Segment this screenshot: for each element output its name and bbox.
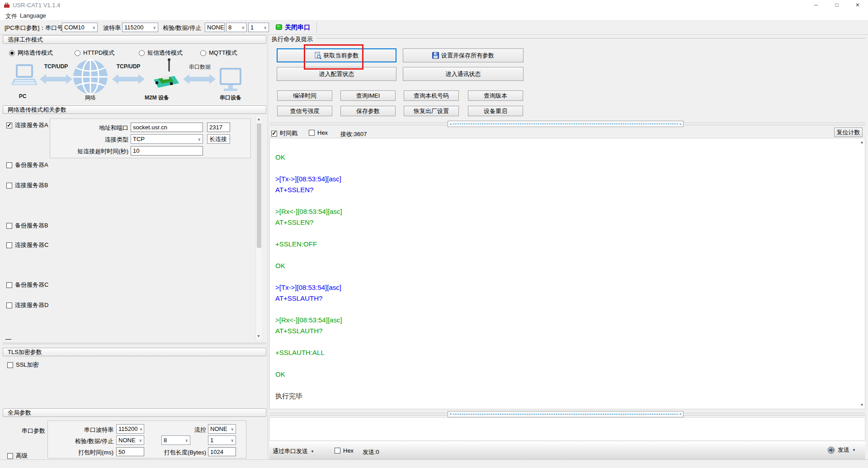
global-baud-select[interactable]: 115200∨ [116,424,144,434]
flow-select[interactable]: NONE∨ [208,424,236,434]
maximize-button[interactable]: □ [830,1,844,9]
server-c-checkbox[interactable] [6,242,12,248]
recv-hex-row[interactable]: Hex [309,129,328,136]
send-input[interactable] [269,417,865,441]
diagram-link-label: TCP/UDP [112,63,145,70]
backup-c-row[interactable]: 备份服务器C [6,281,48,289]
enter-config-button[interactable]: 进入配置状态 [277,67,396,81]
server-d-checkbox[interactable] [6,303,12,308]
scrollbar-down-icon[interactable]: ▼ [255,333,262,340]
radio-net-mode[interactable]: 网络透传模式 [9,49,53,57]
minimize-button[interactable]: ─ [809,1,823,9]
send-button[interactable]: 发送 ▼ [827,446,856,454]
window-title: USR-CAT1 V1.1.4 [13,2,60,9]
backup-a-row[interactable]: 备份服务器A [6,161,48,169]
recv-hex-checkbox[interactable] [309,130,315,136]
save-params-button[interactable]: 保存参数 [340,106,396,116]
query-imei-button[interactable]: 查询IMEI [340,90,396,101]
advanced-checkbox[interactable] [7,453,13,459]
backup-b-checkbox[interactable] [6,223,12,229]
close-serial-button[interactable]: 关闭串口 [285,24,310,32]
baud-select[interactable]: 115200∨ [122,23,158,32]
com-port-select[interactable]: COM10∨ [62,23,98,32]
send-hex-checkbox[interactable] [335,448,340,454]
backup-b-row[interactable]: 备份服务器B [6,222,48,230]
server-d-row[interactable]: 连接服务器D [6,301,48,309]
cmd-groupbox-line [316,38,865,38]
timestamp-checkbox[interactable] [271,131,277,137]
send-hex-row[interactable]: Hex [335,447,354,454]
terminal-line [275,228,859,239]
server-a-row[interactable]: 连接服务器A [6,121,48,129]
menu-item-language[interactable]: Language [18,11,48,20]
global-parity-select[interactable]: NONE∨ [116,435,144,445]
scrollbar-thumb[interactable] [257,123,261,248]
databits-select[interactable]: 8∨ [226,23,247,32]
conn-keep-select[interactable]: 长连接∨ [207,134,230,144]
device-restart-button[interactable]: 设备重启 [468,106,523,116]
query-number-button[interactable]: 查询本机号码 [404,90,459,101]
backup-a-checkbox[interactable] [6,162,12,168]
pack-time-input[interactable]: 50 [116,447,144,456]
radio-mqtt-mode[interactable]: MQTT模式 [200,49,237,57]
terminal-scroll-down-icon[interactable]: ▼ [859,402,865,409]
send-speaker-icon [827,446,835,454]
pack-time-label: 打包时间(ms) [61,449,113,457]
get-params-button[interactable]: 获取当前参数 [277,48,396,62]
receive-scrollbar[interactable]: ▲ ▲ [448,121,684,127]
chevron-down-icon: ▼ [311,449,314,454]
global-databits-select[interactable]: 8∨ [161,435,190,445]
server-b-checkbox[interactable] [6,183,12,189]
server-b-row[interactable]: 连接服务器B [6,181,48,189]
addr-port-label: 地址和端口 [52,124,128,132]
radio-icon[interactable] [139,50,145,56]
address-input[interactable]: socket.usr.cn [131,123,203,132]
slider-dots [453,414,678,415]
chevron-down-icon: ∨ [137,438,144,443]
pack-len-input[interactable]: 1024 [208,447,236,456]
radio-sms-mode[interactable]: 短信透传模式 [139,49,183,57]
terminal-line [275,336,859,347]
net-params-scrollbar[interactable]: ▲ [255,116,262,340]
enter-comm-button[interactable]: 进入通讯状态 [403,67,524,81]
terminal-line [275,358,859,369]
terminal-line: >[Rx<-][08:53:54][asc] [275,315,859,326]
compile-time-button[interactable]: 编译时间 [277,90,332,101]
terminal-line: AT+SSLEN? [275,184,859,195]
serial-params-label: 串口参数 [22,427,45,435]
send-scrollbar[interactable]: ▼ ▼ [448,411,684,417]
query-version-button[interactable]: 查询版本 [468,90,523,101]
close-button[interactable]: ✕ [851,1,864,9]
radio-icon[interactable] [75,50,80,56]
factory-reset-button[interactable]: 恢复出厂设置 [404,106,459,116]
timestamp-row[interactable]: 时间戳 [271,129,297,137]
save-all-button[interactable]: 设置并保存所有参数 [403,48,524,62]
parity-select[interactable]: NONE∨ [205,23,225,32]
query-signal-button[interactable]: 查信号强度 [277,106,332,116]
stopbits-select[interactable]: 1∨ [248,23,269,32]
backup-c-checkbox[interactable] [6,282,12,288]
cmd-panel-title: 执行命令及提示 [272,35,313,43]
server-c-row[interactable]: 连接服务器C [6,241,48,249]
reset-count-button[interactable]: 复位计数 [834,128,863,137]
app-window: USR-CAT1 V1.1.4 ─ □ ✕ 文件 Language [PC串口参… [0,0,868,468]
menu-bar: 文件 Language [0,10,868,20]
send-via-serial-button[interactable]: 通过串口发送 ▼ [273,447,314,455]
flow-label: 流控 [179,426,206,434]
sent-count-label: 发送:0 [363,448,379,456]
ssl-checkbox[interactable] [7,362,13,368]
global-stopbits-select[interactable]: 1∨ [208,435,236,445]
port-input[interactable]: 2317 [207,123,230,132]
conn-type-select[interactable]: TCP∨ [131,134,203,144]
scrollbar-up-icon[interactable]: ▲ [256,116,262,123]
radio-httpd-mode[interactable]: HTTPD模式 [75,49,114,57]
receive-terminal[interactable]: OK >[Tx->][08:53:54][asc] AT+SSLEN? >[Rx… [269,138,865,409]
advanced-row[interactable]: 高级 [7,452,28,460]
serial-toolbar: [PC串口参数]：串口号 COM10∨ 波特率 115200∨ 检验/数据/停止… [0,20,868,35]
server-a-checkbox[interactable] [6,123,12,128]
ssl-row[interactable]: SSL加密 [7,361,39,369]
radio-icon[interactable] [9,50,15,56]
timeout-input[interactable]: 10 [131,146,203,156]
terminal-scroll-up-icon[interactable]: ▲ [859,139,865,146]
radio-icon[interactable] [200,50,206,56]
